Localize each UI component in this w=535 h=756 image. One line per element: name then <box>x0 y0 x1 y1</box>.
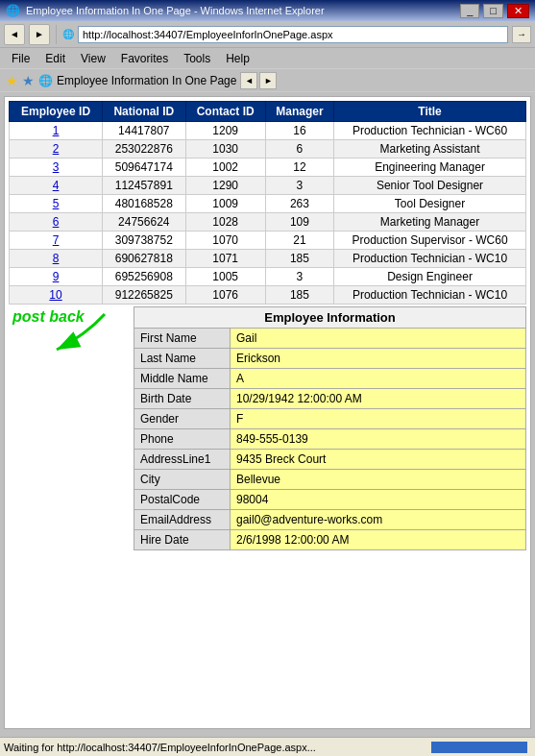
tab-prev-btn[interactable]: ◄ <box>240 72 257 89</box>
info-row: PostalCode 98004 <box>134 490 526 510</box>
menu-help[interactable]: Help <box>218 50 257 67</box>
col-header-contact-id: Contact ID <box>185 102 265 122</box>
employee-id-link[interactable]: 8 <box>53 252 60 265</box>
postback-section: post back Employee Information First Nam… <box>9 306 526 550</box>
page-icon: 🌐 <box>38 74 53 87</box>
address-input[interactable] <box>78 26 508 43</box>
contact-id-cell: 1030 <box>185 140 265 159</box>
info-field-value: Bellevue <box>231 470 526 490</box>
table-row: 2 253022876 1030 6 Marketing Assistant <box>10 140 526 159</box>
back-button[interactable]: ◄ <box>4 24 25 45</box>
employee-id-link[interactable]: 1 <box>53 124 60 137</box>
info-field-label: Last Name <box>134 349 231 369</box>
contact-id-cell: 1002 <box>185 159 265 177</box>
menu-edit[interactable]: Edit <box>37 50 73 67</box>
employee-id-link[interactable]: 7 <box>53 233 60 247</box>
employee-id-link[interactable]: 2 <box>53 142 60 156</box>
info-field-value: Erickson <box>231 349 526 369</box>
info-table: First Name Gail Last Name Erickson Middl… <box>134 328 526 550</box>
manager-cell: 3 <box>265 268 333 286</box>
info-row: EmailAddress gail0@adventure-works.com <box>134 510 526 530</box>
manager-cell: 185 <box>265 286 333 305</box>
national-id-cell: 24756624 <box>103 213 185 232</box>
table-row: 5 480168528 1009 263 Tool Designer <box>10 195 526 213</box>
info-field-value: gail0@adventure-works.com <box>231 510 526 530</box>
national-id-cell: 480168528 <box>103 195 185 213</box>
table-row: 6 24756624 1028 109 Marketing Manager <box>10 213 526 232</box>
national-id-cell: 509647174 <box>103 159 185 177</box>
info-field-value: A <box>231 369 526 389</box>
close-btn[interactable]: ✕ <box>507 4 529 18</box>
info-field-label: AddressLine1 <box>134 450 231 470</box>
info-row: Gender F <box>134 409 526 429</box>
title-cell: Production Supervisor - WC60 <box>334 232 526 250</box>
employee-id-link[interactable]: 6 <box>53 215 60 229</box>
table-row: 8 690627818 1071 185 Production Technici… <box>10 250 526 268</box>
col-header-manager: Manager <box>265 102 333 122</box>
national-id-cell: 14417807 <box>103 122 185 140</box>
manager-cell: 263 <box>265 195 333 213</box>
contact-id-cell: 1070 <box>185 232 265 250</box>
national-id-cell: 695256908 <box>103 268 185 286</box>
national-id-cell: 112457891 <box>103 177 185 195</box>
info-row: Last Name Erickson <box>134 349 526 369</box>
menu-favorites[interactable]: Favorites <box>113 50 176 67</box>
national-id-cell: 912265825 <box>103 286 185 305</box>
manager-cell: 12 <box>265 159 333 177</box>
title-cell: Production Technician - WC10 <box>334 286 526 305</box>
menu-bar: File Edit View Favorites Tools Help <box>0 48 535 69</box>
info-field-value: F <box>231 409 526 429</box>
maximize-btn[interactable]: □ <box>483 4 503 18</box>
table-row: 10 912265825 1076 185 Production Technic… <box>10 286 526 305</box>
employee-id-link[interactable]: 10 <box>49 288 61 302</box>
info-row: Birth Date 10/29/1942 12:00:00 AM <box>134 389 526 409</box>
table-row: 9 695256908 1005 3 Design Engineer <box>10 268 526 286</box>
employee-table: Employee ID National ID Contact ID Manag… <box>9 101 526 305</box>
table-row: 7 309738752 1070 21 Production Superviso… <box>10 232 526 250</box>
menu-file[interactable]: File <box>4 50 37 67</box>
forward-button[interactable]: ► <box>29 24 50 45</box>
national-id-cell: 253022876 <box>103 140 185 159</box>
status-bar: Waiting for http://localhost:34407/Emplo… <box>0 737 535 756</box>
info-field-label: Hire Date <box>134 530 231 550</box>
info-field-value: 9435 Breck Court <box>231 450 526 470</box>
title-bar: 🌐 Employee Information In One Page - Win… <box>0 0 535 21</box>
table-row: 4 112457891 1290 3 Senior Tool Designer <box>10 177 526 195</box>
address-label: 🌐 <box>62 29 74 39</box>
info-row: City Bellevue <box>134 470 526 490</box>
info-field-value: 2/6/1998 12:00:00 AM <box>231 530 526 550</box>
info-field-label: EmailAddress <box>134 510 231 530</box>
progress-bar <box>431 742 527 753</box>
employee-id-link[interactable]: 5 <box>53 197 60 210</box>
favorites-bar: ★ ★ 🌐 Employee Information In One Page ◄… <box>0 69 535 92</box>
employee-id-link[interactable]: 3 <box>53 160 60 174</box>
national-id-cell: 690627818 <box>103 250 185 268</box>
employee-id-link[interactable]: 9 <box>53 270 60 283</box>
page-content: Employee ID National ID Contact ID Manag… <box>4 96 531 729</box>
manager-cell: 16 <box>265 122 333 140</box>
manager-cell: 109 <box>265 213 333 232</box>
menu-view[interactable]: View <box>73 50 113 67</box>
title-cell: Tool Designer <box>334 195 526 213</box>
title-cell: Production Technician - WC10 <box>334 250 526 268</box>
info-field-value: 10/29/1942 12:00:00 AM <box>231 389 526 409</box>
info-field-label: Middle Name <box>134 369 231 389</box>
info-field-label: Gender <box>134 409 231 429</box>
contact-id-cell: 1071 <box>185 250 265 268</box>
star-icon: ★ <box>6 73 18 88</box>
minimize-btn[interactable]: _ <box>460 4 479 18</box>
go-button[interactable]: → <box>512 26 531 43</box>
menu-tools[interactable]: Tools <box>176 50 218 67</box>
info-field-label: First Name <box>134 329 231 349</box>
employee-id-link[interactable]: 4 <box>53 179 60 192</box>
info-panel-wrapper: Employee Information First Name Gail Las… <box>134 306 526 550</box>
info-field-label: City <box>134 470 231 490</box>
star2-icon: ★ <box>22 73 35 88</box>
info-field-value: Gail <box>231 329 526 349</box>
info-field-label: Birth Date <box>134 389 231 409</box>
title-cell: Senior Tool Designer <box>334 177 526 195</box>
tab-next-btn[interactable]: ► <box>259 72 277 89</box>
title-cell: Design Engineer <box>334 268 526 286</box>
info-row: Hire Date 2/6/1998 12:00:00 AM <box>134 530 526 550</box>
tab-nav-buttons: ◄ ► <box>240 72 277 89</box>
